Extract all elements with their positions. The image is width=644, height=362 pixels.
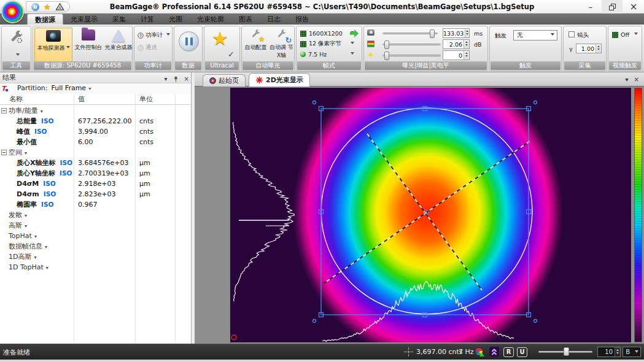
tab-start-page[interactable]: 起始页 [203,74,246,87]
scale-slider-thumb[interactable] [564,347,569,356]
gain-slider[interactable] [382,44,441,45]
ribbon-tab-数据源[interactable]: 数据源 [27,13,63,25]
spin-arrows-icon[interactable] [464,51,469,60]
wrench-gear-icon[interactable] [9,30,24,45]
panel-menu-icon[interactable]: ▾ [165,74,168,84]
tabstrip-menu-icon[interactable]: ▾ [626,76,629,83]
auto-config-button[interactable]: ★ 自动配置 [244,28,268,62]
exposure-slider-thumb[interactable] [430,29,435,38]
lens-checkbox[interactable] [568,31,575,37]
scale-mode-dropdown[interactable]: B [623,347,641,357]
chevron-down-icon[interactable]: ▾ [34,234,37,239]
aperture-handles[interactable] [313,101,537,323]
local-detector-button[interactable]: 本地探测器 [34,28,72,62]
iso-badge: ISO [41,201,53,208]
results-row-发散[interactable]: 发散▾ [0,210,191,220]
ribbon-tab-光束显示[interactable]: 光束显示 [63,13,105,25]
spin-arrows-icon[interactable] [596,44,601,53]
units-button[interactable]: U [517,347,527,357]
results-row-TopHat[interactable]: TopHat▾ [0,231,191,241]
ribbon-tab-采集[interactable]: 采集 [105,13,133,25]
pause-acquisition-button[interactable] [179,31,199,52]
tab-2d-beam-display[interactable]: 2D光束显示 [249,73,310,87]
autoscale-chevrons-icon[interactable] [489,347,499,356]
column-header-unit[interactable]: 单位 [135,94,172,104]
results-row-空间[interactable]: 空间▾ [0,147,191,158]
ribbon-tab-光圈[interactable]: 光圈 [161,13,190,25]
results-row-1D高斯[interactable]: 1D高斯▾ [0,252,191,262]
chevron-down-icon[interactable]: ▾ [34,255,36,260]
tools-dropdown-icon[interactable] [16,53,20,58]
spin-arrows-icon[interactable] [615,347,620,356]
auto-adjust-x-button[interactable]: ↻ 自动调 节X轴 [270,28,293,62]
ribbon-tab-报告[interactable]: 报告 [288,13,316,25]
pin-icon[interactable] [173,75,179,83]
trigger-select[interactable]: 无 [513,30,557,40]
gain-slider-thumb[interactable] [384,40,389,49]
results-row-数据帧信息[interactable]: 数据帧信息▾ [0,241,191,252]
gain-spinbox[interactable]: 2.06 [443,39,470,49]
results-row-D4σM[interactable]: D4σMISO2.918e+03µm [0,179,191,189]
auto-setup-icon[interactable]: A [55,2,64,11]
app-logo-icon[interactable] [1,1,24,23]
colormap-wheel-icon[interactable] [475,347,483,356]
partition-row[interactable]: T Partition:Full Frame▾ [0,83,191,94]
ribbon-tab-日志[interactable]: 日志 [260,13,288,25]
video-trigger-dropdown[interactable]: Off [612,30,638,39]
panel-splitter[interactable] [192,72,195,344]
resolution-dropdown[interactable]: 1600X1200 [300,29,354,38]
black-level-spinbox[interactable]: 0 [443,50,470,60]
scale-slider[interactable] [538,351,592,353]
ultracal-star-icon[interactable]: ★ [44,3,51,11]
results-settings-icon[interactable]: T [1,84,6,94]
results-row-功率/能量[interactable]: 功率/能量▾ [0,106,191,116]
chevron-down-icon[interactable]: ▾ [46,265,48,271]
minimize-button[interactable]: – [580,0,601,13]
results-row-质心X轴坐标[interactable]: 质心X轴坐标ISO3.684576e+03µm [0,158,191,168]
chevron-down-icon[interactable]: ▾ [25,213,27,218]
column-header-name[interactable]: 名称 [8,94,74,104]
black-level-slider[interactable] [382,55,441,56]
black-level-slider-thumb[interactable] [384,52,389,60]
gamma-spinbox[interactable]: 1.00 [576,44,602,53]
ribbon-tab-图表[interactable]: 图表 [231,13,260,25]
collapse-icon[interactable] [1,150,7,155]
results-title: 结果 [2,74,16,82]
spin-arrows-icon[interactable] [465,29,469,37]
panel-close-icon[interactable]: × [184,74,189,84]
file-console-button[interactable]: 文件控制台 [72,28,104,62]
chevron-down-icon[interactable]: ▾ [41,109,43,114]
restore-button[interactable] [602,0,623,13]
chevron-down-icon[interactable]: ▾ [45,244,47,250]
ribbon-tab-光束轮廓[interactable]: 光束轮廓 [190,13,231,25]
results-row-高斯[interactable]: 高斯▾ [0,220,191,231]
results-row-椭圆率[interactable]: 椭圆率ISO0.967 [0,199,191,210]
results-row-最小值[interactable]: 最小值6.00cnts [0,137,191,147]
ribbon-tab-计算[interactable]: 计算 [133,13,161,25]
partition-value[interactable]: Full Frame [52,84,87,92]
reference-button[interactable]: R [503,347,514,357]
column-header-value[interactable]: 值 [74,94,135,104]
intensity-colorbar[interactable] [634,88,642,342]
chevron-down-icon[interactable]: ▾ [25,150,27,156]
spin-arrows-icon[interactable] [464,40,469,48]
tabstrip-close-icon[interactable]: × [634,76,639,83]
results-row-峰值[interactable]: 峰值ISO3,994.00cnts [0,126,191,137]
pause-icon[interactable] [31,3,39,11]
chevron-down-icon[interactable]: ▾ [25,223,27,229]
ultracal-button[interactable]: ★ [212,28,228,49]
power-meter-menu[interactable]: 功率计 [138,31,170,39]
pixel-depth-dropdown[interactable]: 12 像素字节 [300,39,354,48]
beam-synthesizer-button[interactable]: 光束合成器 [104,28,133,62]
exposure-slider[interactable] [382,33,438,34]
results-row-质心Y轴坐标[interactable]: 质心Y轴坐标ISO2.700319e+03µm [0,168,191,179]
close-button[interactable]: × [623,0,644,13]
collapse-icon[interactable] [1,108,7,114]
frame-rate-dropdown[interactable]: 7.5 Hz [300,50,354,59]
zoom-spinbox[interactable]: 10 [597,347,621,357]
results-row-D4σm[interactable]: D4σmISO2.823e+03µm [0,189,191,199]
results-row-1D TopHat[interactable]: 1D TopHat▾ [0,262,191,272]
beam-2d-image[interactable] [230,88,631,342]
exposure-spinbox[interactable]: 133.03 [443,28,470,38]
results-row-总能量[interactable]: 总能量ISO677,256,222.00cnts [0,116,191,126]
